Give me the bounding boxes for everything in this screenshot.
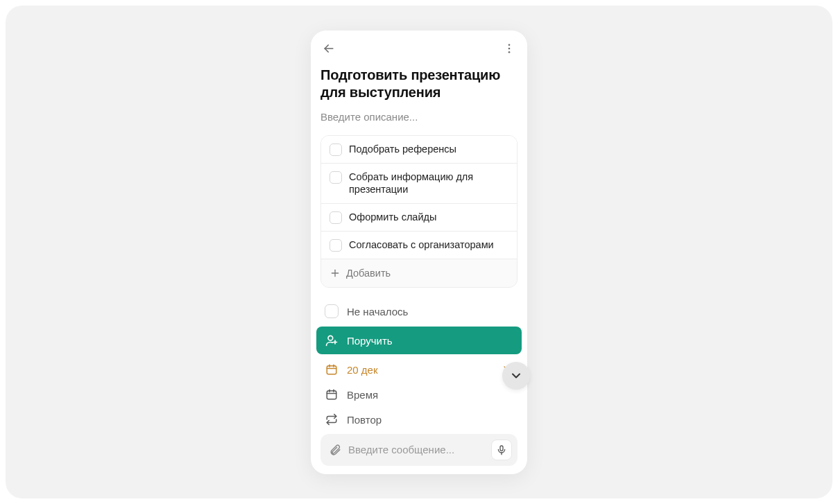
message-bar [320,434,518,466]
repeat-row[interactable]: Повтор [320,407,518,432]
checklist-item[interactable]: Собрать информацию для презентации [321,164,517,205]
checklist-item-label: Подобрать референсы [349,143,456,156]
task-detail-card: Подготовить презентацию для выступления … [311,31,527,474]
assign-icon [325,333,339,347]
svg-rect-15 [327,391,336,399]
add-checklist-label: Добавить [346,268,391,279]
checklist-item[interactable]: Оформить слайды [321,204,517,232]
calendar-outline-icon [325,388,339,401]
checkbox[interactable] [330,239,342,252]
checklist-item-label: Оформить слайды [349,211,436,224]
checkbox[interactable] [330,171,342,184]
checkbox[interactable] [330,144,342,156]
more-vertical-icon [503,42,515,55]
date-row[interactable]: 20 дек [320,357,518,382]
voice-button[interactable] [491,440,512,460]
paperclip-icon [329,444,341,456]
svg-point-1 [508,44,511,46]
calendar-icon [325,363,339,376]
svg-rect-9 [327,366,336,374]
checklist-item[interactable]: Подобрать референсы [321,136,517,164]
task-title: Подготовить презентацию для выступления [320,67,518,101]
microphone-icon [496,444,507,455]
time-row[interactable]: Время [320,382,518,407]
repeat-icon [325,412,339,426]
svg-rect-19 [500,446,503,451]
status-label: Не началось [347,306,408,318]
time-label: Время [347,389,378,401]
checklist-item-label: Согласовать с организаторами [349,238,494,252]
assign-label: Поручить [347,335,393,347]
checklist-item-label: Собрать информацию для презентации [349,171,508,197]
chevron-down-icon [509,369,523,383]
repeat-label: Повтор [347,414,382,426]
plus-icon [330,268,341,279]
status-row[interactable]: Не началось [320,299,518,324]
checklist: Подобрать референсы Собрать информацию д… [320,135,518,288]
date-label: 20 дек [347,364,378,376]
attachment-button[interactable] [329,444,341,456]
checklist-item[interactable]: Согласовать с организаторами [321,232,517,259]
svg-point-6 [328,336,333,341]
status-checkbox[interactable] [325,304,339,318]
more-button[interactable] [501,40,518,57]
assign-row[interactable]: Поручить [316,327,522,354]
page-background: Подготовить презентацию для выступления … [6,6,832,498]
expand-button[interactable] [502,362,530,390]
arrow-left-icon [322,42,336,55]
back-button[interactable] [320,40,337,57]
svg-point-3 [508,51,511,53]
svg-point-2 [508,47,511,49]
task-meta-list: Не началось Поручить 20 дек [320,299,518,432]
task-description-placeholder[interactable]: Введите описание... [320,111,518,123]
add-checklist-item-button[interactable]: Добавить [321,259,517,287]
message-input[interactable] [348,444,484,455]
top-bar [320,40,518,57]
checkbox[interactable] [330,211,342,224]
